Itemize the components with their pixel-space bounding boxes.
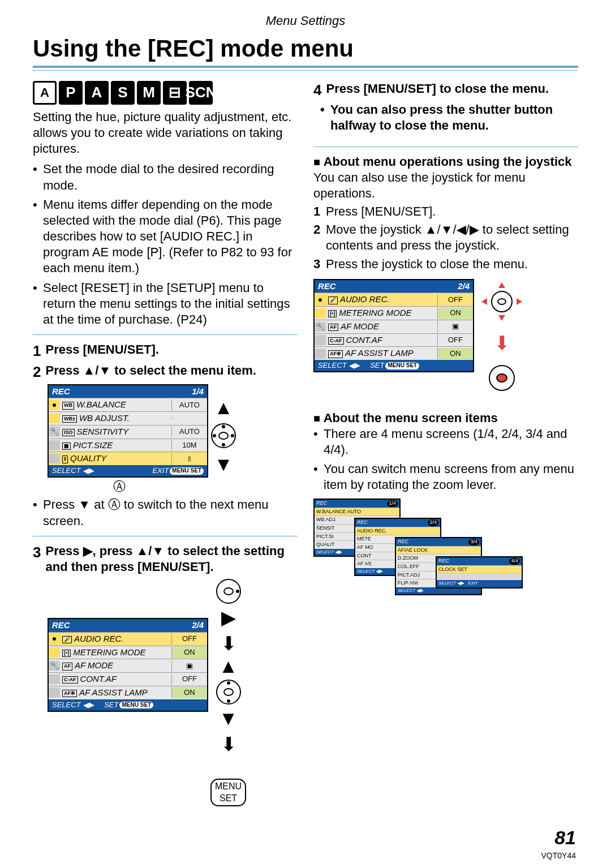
step-1: 1Press [MENU/SET]. — [33, 342, 298, 360]
page-title: Using the [REC] mode menu — [33, 35, 578, 62]
svg-point-10 — [224, 689, 233, 695]
step-4: 4Press [MENU/SET] to close the menu. — [313, 81, 578, 100]
right-column: 4Press [MENU/SET] to close the menu. You… — [313, 81, 578, 806]
note: Press ▼ at Ⓐ to switch to the next menu … — [33, 497, 298, 528]
mode-icon: M — [137, 81, 161, 105]
joystick-icon — [210, 423, 236, 449]
step-3: 3Press ▶, press ▲/▼ to select the settin… — [33, 543, 298, 575]
svg-point-4 — [213, 434, 216, 437]
up-icon: ▲ — [219, 656, 238, 676]
step-text: Press [MENU/SET]. — [45, 342, 159, 360]
intro-bullets: Set the mode dial to the desired recordi… — [33, 161, 298, 328]
down-icon: ⬇ — [494, 333, 510, 353]
joystick-4way-icon — [476, 280, 527, 323]
list-item: Menu items differ depending on the mode … — [33, 197, 298, 277]
joystick-diagram: ⬇ — [476, 280, 527, 393]
mode-icon: P — [59, 81, 83, 105]
lcd-menu-1: REC1/4 ●WBW.BALANCEAUTO WB±WB ADJUST.🔧IS… — [48, 384, 208, 478]
svg-point-5 — [231, 434, 234, 437]
lcd-menu-2b: REC2/4 ●🎤AUDIO REC.OFF [•]METERING MODEO… — [313, 279, 474, 373]
screens-heading: About the menu screen items — [313, 410, 578, 426]
list-item: There are 4 menu screens (1/4, 2/4, 3/4 … — [313, 426, 578, 458]
list-item: Set the mode dial to the desired recordi… — [33, 161, 298, 193]
list-item: Move the joystick ▲/▼/◀/▶ to select sett… — [326, 222, 569, 252]
svg-point-3 — [222, 443, 225, 446]
screens-bullets: There are 4 menu screens (1/4, 2/4, 3/4 … — [313, 426, 578, 493]
title-rule — [33, 66, 578, 71]
svg-point-8 — [236, 590, 239, 593]
mode-icon: A — [85, 81, 109, 105]
nav-arrows: ▶ ⬇ ▲ ▼ ⬇ MENUSET — [210, 578, 246, 806]
svg-point-12 — [227, 699, 230, 703]
svg-point-7 — [224, 588, 233, 595]
joystick-icon — [216, 578, 242, 604]
mode-icon: S — [111, 81, 135, 105]
joystick-steps: 1Press [MENU/SET]. 2Move the joystick ▲/… — [313, 204, 578, 272]
down-icon: ▼ — [219, 708, 238, 728]
callout-a: Ⓐ — [33, 479, 206, 495]
step-4-note: You can also press the shutter button ha… — [320, 102, 578, 134]
list-item: Select [RESET] in the [SETUP] menu to re… — [33, 280, 298, 328]
svg-point-2 — [222, 425, 225, 428]
document-id: VQT0Y44 — [541, 851, 576, 860]
mode-icon: ⊟ — [163, 81, 187, 105]
down-icon: ▼ — [214, 454, 233, 474]
page-number: 81 — [554, 827, 576, 849]
step-text: Press ▶, press ▲/▼ to select the setting… — [45, 543, 298, 575]
mode-icon: A — [33, 81, 57, 105]
svg-point-1 — [219, 432, 228, 439]
down-icon: ⬇ — [221, 734, 236, 754]
svg-point-11 — [227, 681, 230, 685]
right-icon: ▶ — [221, 608, 236, 627]
section-header: Menu Settings — [0, 14, 611, 28]
step-text: Press ▲/▼ to select the menu item. — [45, 363, 256, 381]
svg-point-16 — [497, 374, 507, 382]
down-icon: ⬇ — [221, 634, 236, 653]
svg-point-13 — [492, 291, 512, 312]
mode-icon: SCN — [189, 81, 213, 105]
menuset-button-icon: MENUSET — [210, 779, 246, 806]
menu-screens-stack: REC1/4W.BALANCE AUTOWB ADJ.SENSITPICT.SI… — [313, 499, 551, 623]
joystick-icon — [216, 679, 242, 705]
mode-strip: A P A S M ⊟ SCN — [33, 81, 298, 105]
lcd-menu-2: REC2/4 ●🎤AUDIO REC.OFF [•]METERING MODEO… — [48, 618, 208, 712]
intro-text: Setting the hue, picture quality adjustm… — [33, 109, 298, 157]
joystick-heading: About menu operations using the joystick — [313, 154, 578, 170]
joystick-press-icon — [487, 363, 517, 393]
svg-point-14 — [498, 299, 506, 304]
joystick-text: You can also use the joystick for menu o… — [313, 170, 578, 201]
nav-arrows: ▲ ▼ — [210, 398, 236, 474]
step-2: 2Press ▲/▼ to select the menu item. — [33, 363, 298, 381]
list-item: Press [MENU/SET]. — [326, 204, 436, 218]
step-text: Press [MENU/SET] to close the menu. — [326, 81, 549, 100]
up-icon: ▲ — [214, 398, 233, 417]
list-item: Press the joystick to close the menu. — [326, 257, 528, 271]
left-column: A P A S M ⊟ SCN Setting the hue, picture… — [33, 81, 298, 806]
list-item: You can switch menu screens from any men… — [313, 461, 578, 493]
